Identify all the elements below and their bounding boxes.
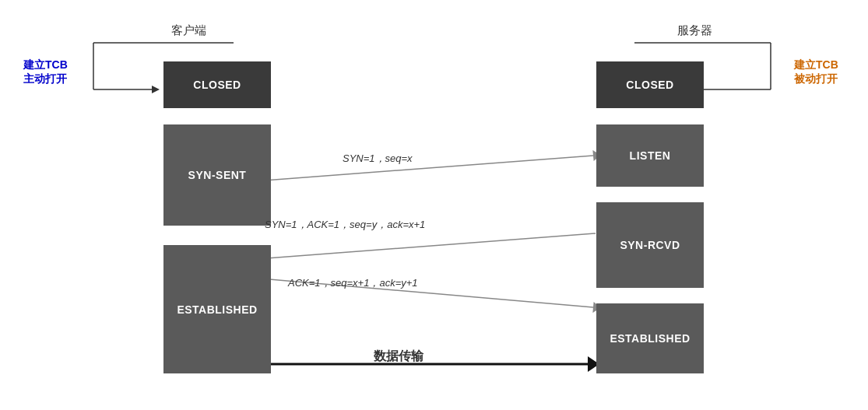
client-established-box: ESTABLISHED (163, 245, 271, 373)
server-listen-box: LISTEN (596, 124, 704, 187)
syn-label: SYN=1，seq=x (343, 152, 413, 166)
server-closed-box: CLOSED (596, 61, 704, 108)
syn-ack-label: SYN=1，ACK=1，seq=y，ack=x+1 (265, 218, 425, 232)
svg-line-7 (234, 156, 593, 183)
server-syn-rcvd-box: SYN-RCVD (596, 202, 704, 288)
right-note-line1: 建立TCB (794, 58, 838, 72)
client-syn-sent-box: SYN-SENT (163, 124, 271, 226)
data-label: 数据传输 (374, 349, 423, 365)
left-note-line2: 主动打开 (23, 72, 68, 86)
server-established-box: ESTABLISHED (596, 303, 704, 373)
left-note-line1: 建立TCB (23, 58, 68, 72)
right-note-line2: 被动打开 (794, 72, 838, 86)
client-closed-box: CLOSED (163, 61, 271, 108)
tcp-handshake-diagram: 客户端 服务器 建立TCB 主动打开 建立TCB 被动打开 CLOSED SYN… (0, 0, 868, 410)
left-note: 建立TCB 主动打开 (23, 58, 68, 86)
client-label: 客户端 (171, 23, 206, 38)
svg-marker-3 (152, 86, 160, 93)
arrows-svg (0, 0, 868, 410)
ack-label: ACK=1，seq=x+1，ack=y+1 (288, 276, 418, 290)
svg-line-9 (236, 233, 596, 261)
server-label: 服务器 (677, 23, 712, 38)
right-note: 建立TCB 被动打开 (794, 58, 838, 86)
